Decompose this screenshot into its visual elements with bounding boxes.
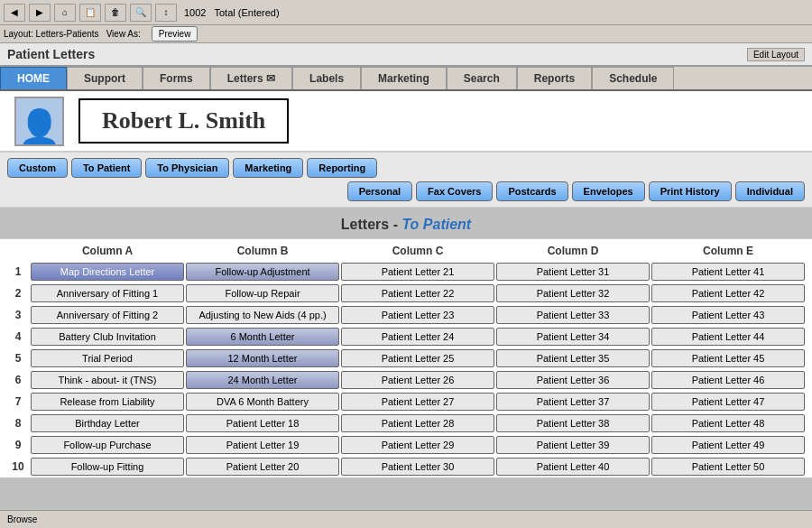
table-row: 1 Map Directions Letter Follow-up Adjust… <box>7 261 805 283</box>
tab-reports[interactable]: Reports <box>517 67 592 89</box>
letter-btn-c[interactable]: Patient Letter 26 <box>341 371 494 389</box>
btn-marketing[interactable]: Marketing <box>233 158 303 178</box>
letter-btn-d[interactable]: Patient Letter 37 <box>496 393 650 411</box>
letter-btn-c[interactable]: Patient Letter 22 <box>341 284 494 302</box>
letter-btn-e[interactable]: Patient Letter 46 <box>651 371 805 389</box>
letter-btn-a[interactable]: Think - about- it (TNS) <box>31 371 184 389</box>
main-content: Column A Column B Column C Column D Colu… <box>0 239 812 477</box>
letter-btn-e[interactable]: Patient Letter 49 <box>651 436 805 454</box>
table-row: 2 Anniversary of Fitting 1 Follow-up Rep… <box>7 283 805 304</box>
letter-btn-b[interactable]: Follow-up Repair <box>186 284 339 302</box>
letter-btn-e[interactable]: Patient Letter 44 <box>651 328 805 346</box>
letter-btn-b[interactable]: 24 Month Letter <box>186 371 339 389</box>
letter-btn-e[interactable]: Patient Letter 43 <box>651 306 805 324</box>
tab-marketing[interactable]: Marketing <box>361 67 447 89</box>
btn-to-physician[interactable]: To Physician <box>145 158 229 178</box>
letter-btn-d[interactable]: Patient Letter 40 <box>496 458 650 476</box>
letter-btn-c[interactable]: Patient Letter 27 <box>341 393 494 411</box>
app-header: Patient Letters Edit Layout <box>0 43 812 67</box>
letter-btn-c[interactable]: Patient Letter 28 <box>341 414 494 432</box>
btn-individual[interactable]: Individual <box>735 181 805 201</box>
tab-forms[interactable]: Forms <box>143 67 210 89</box>
letter-btn-d[interactable]: Patient Letter 38 <box>496 414 650 432</box>
record-info: 1002 Total (Entered) <box>184 7 280 18</box>
tab-letters[interactable]: Letters ✉ <box>210 67 292 89</box>
forward-icon[interactable]: ▶ <box>29 4 51 22</box>
letter-btn-e[interactable]: Patient Letter 42 <box>651 284 805 302</box>
preview-btn[interactable]: Preview <box>152 26 198 42</box>
row-num: 7 <box>7 395 29 408</box>
letter-btn-b[interactable]: DVA 6 Month Battery <box>186 393 339 411</box>
row-num: 10 <box>7 460 29 473</box>
letter-btn-d[interactable]: Patient Letter 35 <box>496 349 650 367</box>
delete-icon[interactable]: 🗑 <box>105 4 126 22</box>
tab-labels[interactable]: Labels <box>292 67 361 89</box>
btn-fax-covers[interactable]: Fax Covers <box>416 181 493 201</box>
letter-btn-a[interactable]: Anniversary of Fitting 2 <box>31 306 184 324</box>
letter-btn-b[interactable]: Follow-up Adjustment <box>186 263 339 281</box>
btn-tabs-right: Personal Fax Covers Postcards Envelopes … <box>347 181 805 201</box>
table-row: 5 Trial Period 12 Month Letter Patient L… <box>7 347 805 369</box>
letter-btn-e[interactable]: Patient Letter 48 <box>651 414 805 432</box>
letter-btn-b[interactable]: Patient Letter 20 <box>186 458 339 476</box>
letter-btn-a[interactable]: Release from Liability <box>31 393 184 411</box>
letter-btn-c[interactable]: Patient Letter 23 <box>341 306 494 324</box>
letter-btn-e[interactable]: Patient Letter 45 <box>651 349 805 367</box>
letter-btn-d[interactable]: Patient Letter 31 <box>496 263 650 281</box>
letter-btn-e[interactable]: Patient Letter 50 <box>651 458 805 476</box>
row-num: 1 <box>7 265 29 278</box>
home-icon[interactable]: ⌂ <box>54 4 76 22</box>
sort-icon[interactable]: ↕ <box>155 4 177 22</box>
letter-btn-a[interactable]: Anniversary of Fitting 1 <box>31 284 184 302</box>
section-title: Letters - To Patient <box>0 208 812 239</box>
back-icon[interactable]: ◀ <box>4 4 25 22</box>
col-header-b: Column B <box>186 245 339 257</box>
tab-support[interactable]: Support <box>67 67 143 89</box>
status-bar: Browse <box>0 510 812 528</box>
btn-print-history[interactable]: Print History <box>649 181 732 201</box>
letter-btn-a[interactable]: Follow-up Purchase <box>31 436 184 454</box>
patient-info: 👤 Robert L. Smith <box>0 91 812 153</box>
letter-btn-b[interactable]: Patient Letter 18 <box>186 414 339 432</box>
col-header-e: Column E <box>651 245 805 257</box>
letter-btn-b[interactable]: 6 Month Letter <box>186 328 339 346</box>
find-icon[interactable]: 🔍 <box>130 4 152 22</box>
edit-layout-button[interactable]: Edit Layout <box>747 48 805 61</box>
letter-btn-d[interactable]: Patient Letter 32 <box>496 284 650 302</box>
col-header-d: Column D <box>496 245 650 257</box>
btn-postcards[interactable]: Postcards <box>496 181 567 201</box>
view-as-label: View As: <box>106 29 141 39</box>
letter-btn-b[interactable]: Adjusting to New Aids (4 pp.) <box>186 306 339 324</box>
letter-btn-b[interactable]: 12 Month Letter <box>186 349 339 367</box>
letter-btn-c[interactable]: Patient Letter 29 <box>341 436 494 454</box>
letter-btn-c[interactable]: Patient Letter 24 <box>341 328 494 346</box>
table-row: 9 Follow-up Purchase Patient Letter 19 P… <box>7 434 805 456</box>
tab-home[interactable]: HOME <box>0 67 67 89</box>
letter-btn-d[interactable]: Patient Letter 39 <box>496 436 650 454</box>
col-header-c: Column C <box>341 245 494 257</box>
letter-btn-e[interactable]: Patient Letter 41 <box>651 263 805 281</box>
btn-personal[interactable]: Personal <box>347 181 412 201</box>
tab-schedule[interactable]: Schedule <box>592 67 674 89</box>
col-header-a: Column A <box>31 245 184 257</box>
letter-btn-a[interactable]: Birthday Letter <box>31 414 184 432</box>
letter-btn-e[interactable]: Patient Letter 47 <box>651 393 805 411</box>
letter-btn-a[interactable]: Trial Period <box>31 349 184 367</box>
letter-btn-a[interactable]: Follow-up Fitting <box>31 458 184 476</box>
table-row: 6 Think - about- it (TNS) 24 Month Lette… <box>7 369 805 391</box>
btn-custom[interactable]: Custom <box>7 158 68 178</box>
btn-envelopes[interactable]: Envelopes <box>572 181 645 201</box>
letter-btn-a[interactable]: Battery Club Invitation <box>31 328 184 346</box>
letter-btn-c[interactable]: Patient Letter 21 <box>341 263 494 281</box>
new-record-icon[interactable]: 📋 <box>79 4 101 22</box>
letter-btn-d[interactable]: Patient Letter 33 <box>496 306 650 324</box>
letter-btn-b[interactable]: Patient Letter 19 <box>186 436 339 454</box>
btn-reporting[interactable]: Reporting <box>307 158 377 178</box>
tab-search[interactable]: Search <box>447 67 517 89</box>
letter-btn-d[interactable]: Patient Letter 34 <box>496 328 650 346</box>
letter-btn-a[interactable]: Map Directions Letter <box>31 263 184 281</box>
letter-btn-c[interactable]: Patient Letter 30 <box>341 458 494 476</box>
letter-btn-d[interactable]: Patient Letter 36 <box>496 371 650 389</box>
btn-to-patient[interactable]: To Patient <box>71 158 142 178</box>
letter-btn-c[interactable]: Patient Letter 25 <box>341 349 494 367</box>
